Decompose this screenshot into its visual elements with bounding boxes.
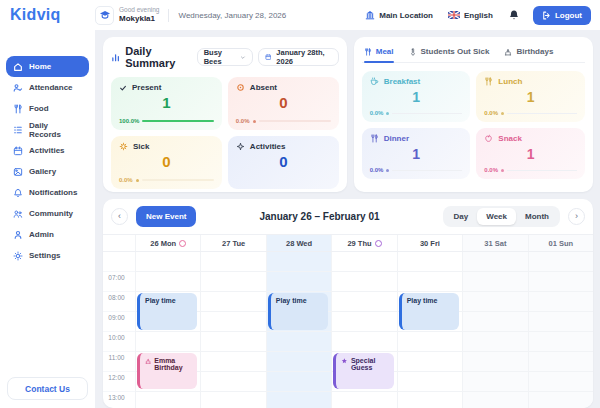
- meals-tabs: Meal Students Out Sick Birthdays: [362, 45, 585, 63]
- day-column-sun[interactable]: [528, 252, 593, 408]
- cake-icon: [504, 48, 512, 56]
- calendar-icon: [265, 53, 272, 61]
- day-column-sat[interactable]: [462, 252, 527, 408]
- special-badge-icon: [375, 240, 382, 247]
- meal-card-breakfast: Breakfast 1 0.0%: [362, 71, 471, 122]
- breakfast-count: 1: [370, 86, 463, 110]
- birthday-badge-icon: [179, 240, 186, 247]
- stat-card-absent: Absent 0 0.0%: [228, 77, 339, 130]
- group-select[interactable]: Busy Bees: [197, 48, 253, 66]
- snack-count: 1: [484, 143, 577, 167]
- sidebar-item-activities[interactable]: Activities: [6, 140, 89, 161]
- day-header-thu[interactable]: 29 Thu: [331, 235, 396, 251]
- next-week-button[interactable]: ›: [568, 208, 585, 225]
- sidebar: Home Attendance Food Daily Records Activ…: [0, 30, 95, 408]
- event-play-time[interactable]: Play time: [399, 293, 459, 330]
- sidebar-item-settings[interactable]: Settings: [6, 245, 89, 266]
- person-icon: [13, 230, 23, 240]
- event-emma-birthday[interactable]: Emma Birthday: [137, 353, 197, 389]
- person-check-icon: [13, 83, 23, 93]
- dinner-percent: 0.0%: [370, 167, 384, 173]
- day-header-mon[interactable]: 26 Mon: [135, 235, 200, 251]
- image-icon: [13, 167, 23, 177]
- day-column-tue[interactable]: [200, 252, 265, 408]
- thermometer-icon: [409, 48, 417, 56]
- absent-percent: 0.0%: [236, 118, 250, 124]
- sidebar-item-gallery[interactable]: Gallery: [6, 161, 89, 182]
- view-day-button[interactable]: Day: [445, 208, 478, 225]
- stat-card-present: Present 1 100.0%: [111, 77, 222, 130]
- day-header-sun[interactable]: 01 Sun: [528, 235, 593, 251]
- tab-students-out-sick[interactable]: Students Out Sick: [409, 47, 490, 56]
- logout-arrow-icon: [542, 11, 551, 20]
- lunch-count: 1: [484, 86, 577, 110]
- fork-knife-icon: [484, 77, 493, 86]
- tab-birthdays[interactable]: Birthdays: [504, 47, 553, 56]
- present-count: 1: [119, 92, 214, 118]
- lunch-percent: 0.0%: [484, 110, 498, 116]
- apple-icon: [484, 134, 493, 143]
- time-gutter: 07:00 08:00 09:00 10:00 11:00 12:00 13:0…: [103, 252, 135, 408]
- sidebar-item-admin[interactable]: Admin: [6, 224, 89, 245]
- account-name: Mokykla1: [119, 14, 159, 24]
- chevron-down-icon: [240, 54, 246, 61]
- day-column-fri[interactable]: [397, 252, 462, 408]
- greeting-text: Good evening: [119, 6, 159, 14]
- star-icon: [341, 357, 348, 365]
- new-event-button[interactable]: New Event: [136, 206, 196, 227]
- view-month-button[interactable]: Month: [516, 208, 558, 225]
- sidebar-item-home[interactable]: Home: [6, 56, 89, 77]
- location-selector[interactable]: Main Location: [365, 10, 433, 20]
- meal-card-dinner: Dinner 1 0.0%: [362, 128, 471, 179]
- language-selector[interactable]: English: [448, 11, 493, 20]
- event-special-guess[interactable]: Special Guess: [333, 353, 393, 389]
- list-icon: [13, 125, 23, 135]
- meal-card-lunch: Lunch 1 0.0%: [476, 71, 585, 122]
- building-icon: [365, 10, 375, 20]
- activities-count: 0: [236, 151, 331, 183]
- day-header-tue[interactable]: 27 Tue: [200, 235, 265, 251]
- daily-summary-card: Daily Summary Busy Bees January 28th, 20…: [103, 37, 347, 192]
- calendar-day-headers: 26 Mon 27 Tue 28 Wed 29 Thu 30 Fri 31 Sa…: [103, 234, 593, 252]
- sidebar-item-attendance[interactable]: Attendance: [6, 77, 89, 98]
- day-header-fri[interactable]: 30 Fri: [397, 235, 462, 251]
- logout-button[interactable]: Logout: [533, 6, 591, 25]
- topbar: Kidviq Good evening Mokykla1 Wednesday, …: [0, 0, 600, 30]
- day-header-wed[interactable]: 28 Wed: [266, 235, 331, 251]
- event-play-time[interactable]: Play time: [268, 293, 328, 330]
- calendar-card: ‹ New Event January 26 – February 01 Day…: [103, 199, 593, 408]
- tab-meal[interactable]: Meal: [364, 47, 394, 56]
- check-icon: [119, 84, 127, 92]
- contact-us-button[interactable]: Contact Us: [7, 377, 88, 400]
- sick-percent: 0.0%: [119, 177, 133, 183]
- app-logo: Kidviq: [0, 6, 95, 24]
- sidebar-item-community[interactable]: Community: [6, 203, 89, 224]
- stat-card-activities: Activities 0: [228, 136, 339, 189]
- view-week-button[interactable]: Week: [477, 208, 516, 225]
- sidebar-item-daily-records[interactable]: Daily Records: [6, 119, 89, 140]
- date-picker-button[interactable]: January 28th, 2026: [258, 48, 339, 66]
- daily-summary-title: Daily Summary: [125, 45, 191, 69]
- day-header-sat[interactable]: 31 Sat: [462, 235, 527, 251]
- notifications-bell-icon[interactable]: [508, 9, 520, 21]
- gear-icon: [13, 251, 23, 261]
- virus-icon: [119, 142, 128, 151]
- current-date: Wednesday, January 28, 2026: [178, 11, 286, 20]
- bar-chart-icon: [111, 52, 120, 63]
- sidebar-item-notifications[interactable]: Notifications: [6, 182, 89, 203]
- uk-flag-icon: [448, 11, 460, 19]
- dinner-count: 1: [370, 143, 463, 167]
- week-range-label: January 26 – February 01: [196, 211, 442, 222]
- calendar-grid[interactable]: 07:00 08:00 09:00 10:00 11:00 12:00 13:0…: [103, 252, 593, 408]
- circle-dot-icon: [236, 83, 245, 92]
- event-play-time[interactable]: Play time: [137, 293, 197, 330]
- breakfast-percent: 0.0%: [370, 110, 384, 116]
- snack-percent: 0.0%: [484, 167, 498, 173]
- view-switcher: Day Week Month: [443, 206, 560, 227]
- sidebar-item-food[interactable]: Food: [6, 98, 89, 119]
- prev-week-button[interactable]: ‹: [111, 208, 128, 225]
- main-content: Daily Summary Busy Bees January 28th, 20…: [95, 30, 600, 408]
- sparkle-icon: [236, 142, 245, 151]
- day-column-wed[interactable]: [266, 252, 331, 408]
- absent-progress-bar: [259, 120, 331, 122]
